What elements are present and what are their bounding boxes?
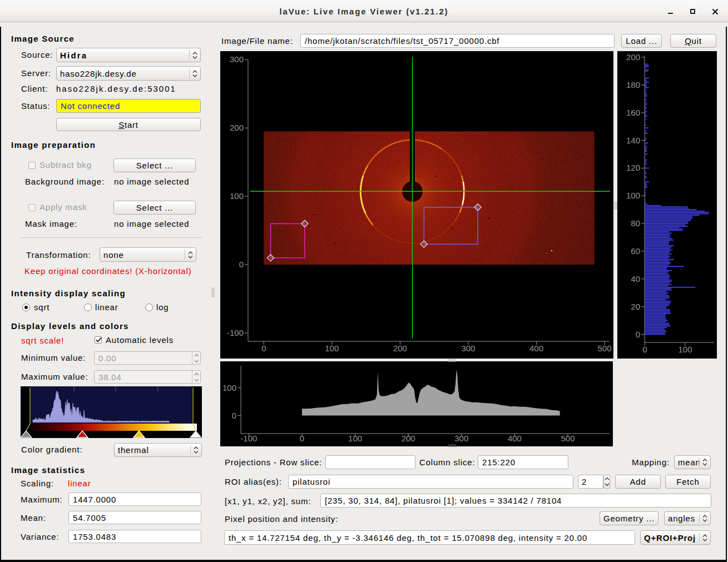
svg-text:-100: -100 — [240, 434, 257, 443]
svg-text:100: 100 — [348, 434, 362, 443]
svg-text:200: 200 — [402, 434, 415, 443]
svg-text:100: 100 — [230, 191, 244, 201]
svg-text:500: 500 — [561, 434, 575, 443]
svg-text:0: 0 — [239, 260, 244, 269]
svg-text:200: 200 — [393, 344, 407, 353]
svg-text:20: 20 — [631, 302, 640, 311]
svg-text:-100: -100 — [227, 328, 244, 337]
svg-text:100: 100 — [626, 191, 640, 200]
svg-text:80: 80 — [631, 218, 640, 228]
svg-text:200: 200 — [626, 52, 640, 62]
svg-text:60: 60 — [631, 246, 640, 256]
svg-text:0: 0 — [300, 434, 304, 443]
svg-text:180: 180 — [626, 80, 640, 89]
svg-text:300: 300 — [230, 54, 244, 64]
svg-text:100: 100 — [325, 344, 339, 353]
svg-text:0: 0 — [232, 411, 236, 420]
svg-text:200: 200 — [230, 123, 244, 132]
svg-text:300: 300 — [454, 434, 468, 443]
svg-text:300: 300 — [461, 344, 475, 353]
svg-text:0: 0 — [261, 344, 266, 353]
svg-text:100: 100 — [222, 383, 236, 392]
svg-text:0: 0 — [636, 330, 640, 339]
svg-text:0: 0 — [642, 345, 647, 354]
svg-text:400: 400 — [508, 434, 522, 443]
svg-text:100: 100 — [678, 345, 692, 354]
svg-text:500: 500 — [597, 344, 611, 353]
svg-text:40: 40 — [631, 274, 640, 284]
svg-text:140: 140 — [626, 136, 640, 145]
svg-text:160: 160 — [626, 108, 640, 117]
svg-text:400: 400 — [529, 344, 543, 353]
svg-text:120: 120 — [626, 163, 640, 172]
